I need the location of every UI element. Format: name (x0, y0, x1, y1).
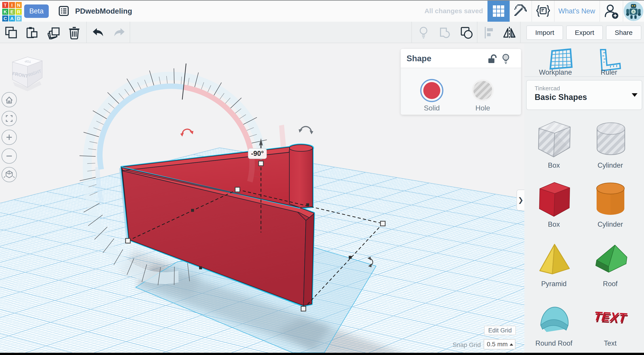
svg-text:TEXT: TEXT (592, 309, 628, 324)
svg-text:-90°: -90° (251, 150, 264, 158)
